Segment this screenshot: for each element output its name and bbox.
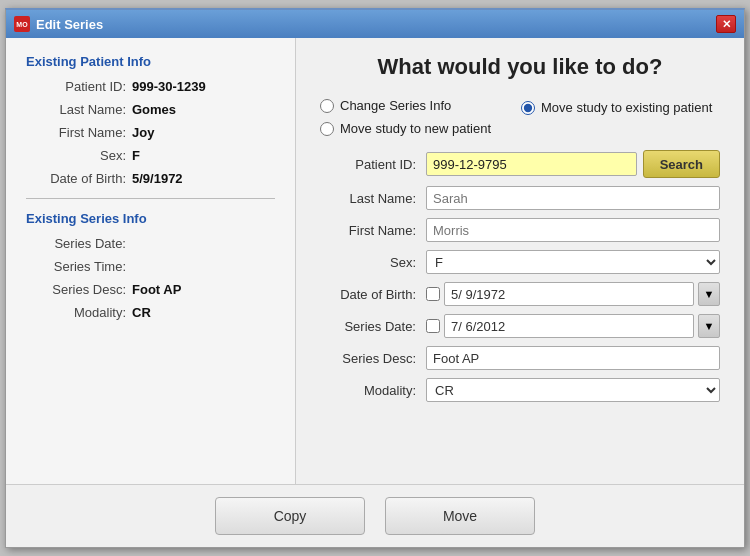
radio-change-series[interactable]: Change Series Info: [320, 98, 491, 113]
dob-input[interactable]: [444, 282, 694, 306]
existing-series-title: Existing Series Info: [26, 211, 275, 226]
series-date-input[interactable]: [444, 314, 694, 338]
sex-select[interactable]: F M: [426, 250, 720, 274]
dob-calendar-button[interactable]: ▼: [698, 282, 720, 306]
series-time-row: Series Time:: [26, 259, 275, 274]
series-date-checkbox[interactable]: [426, 319, 440, 333]
patient-id-value: 999-30-1239: [132, 79, 206, 94]
bottom-bar: Copy Move: [6, 484, 744, 547]
modality-select[interactable]: CR CT MR: [426, 378, 720, 402]
move-button[interactable]: Move: [385, 497, 535, 535]
radio-move-existing-input[interactable]: [521, 101, 535, 115]
modality-row: Modality: CR: [26, 305, 275, 320]
patient-id-input[interactable]: [426, 152, 637, 176]
app-icon: MO: [14, 16, 30, 32]
copy-button[interactable]: Copy: [215, 497, 365, 535]
existing-patient-title: Existing Patient Info: [26, 54, 275, 69]
form-patient-id-label: Patient ID:: [320, 157, 420, 172]
patient-id-label: Patient ID:: [36, 79, 126, 94]
sex-row: Sex: F: [26, 148, 275, 163]
radio-move-new-label: Move study to new patient: [340, 121, 491, 136]
divider: [26, 198, 275, 199]
panel-title: What would you like to do?: [320, 54, 720, 80]
search-button[interactable]: Search: [643, 150, 720, 178]
sex-label: Sex:: [36, 148, 126, 163]
series-desc-input[interactable]: [426, 346, 720, 370]
form-fields: Patient ID: Search Last Name: First Name…: [320, 150, 720, 402]
last-name-value: Gomes: [132, 102, 176, 117]
dob-checkbox[interactable]: [426, 287, 440, 301]
series-desc-value: Foot AP: [132, 282, 181, 297]
first-name-row: First Name: Joy: [26, 125, 275, 140]
series-date-row-input: ▼: [426, 314, 720, 338]
series-date-label: Series Date:: [36, 236, 126, 251]
radio-options: Change Series Info Move study to new pat…: [320, 98, 720, 136]
dob-label: Date of Birth:: [36, 171, 126, 186]
radio-change-series-label: Change Series Info: [340, 98, 451, 113]
last-name-row: Last Name: Gomes: [26, 102, 275, 117]
radio-move-existing[interactable]: Move study to existing patient: [521, 100, 712, 115]
sex-value: F: [132, 148, 140, 163]
dob-value: 5/9/1972: [132, 171, 183, 186]
last-name-input[interactable]: [426, 186, 720, 210]
series-desc-label: Series Desc:: [36, 282, 126, 297]
last-name-label: Last Name:: [36, 102, 126, 117]
patient-id-input-row: Search: [426, 150, 720, 178]
dob-row-input: ▼: [426, 282, 720, 306]
first-name-input[interactable]: [426, 218, 720, 242]
close-button[interactable]: ✕: [716, 15, 736, 33]
right-panel: What would you like to do? Change Series…: [296, 38, 744, 484]
title-bar: MO Edit Series ✕: [6, 10, 744, 38]
dob-row: Date of Birth: 5/9/1972: [26, 171, 275, 186]
series-date-calendar-button[interactable]: ▼: [698, 314, 720, 338]
series-date-row: Series Date:: [26, 236, 275, 251]
form-sex-label: Sex:: [320, 255, 420, 270]
patient-id-row: Patient ID: 999-30-1239: [26, 79, 275, 94]
first-name-label: First Name:: [36, 125, 126, 140]
radio-move-existing-label: Move study to existing patient: [541, 100, 712, 115]
radio-move-new-input[interactable]: [320, 122, 334, 136]
main-window: MO Edit Series ✕ Existing Patient Info P…: [5, 8, 745, 548]
modality-label: Modality:: [36, 305, 126, 320]
first-name-value: Joy: [132, 125, 154, 140]
main-content: Existing Patient Info Patient ID: 999-30…: [6, 38, 744, 484]
form-series-date-label: Series Date:: [320, 319, 420, 334]
form-first-name-label: First Name:: [320, 223, 420, 238]
series-time-label: Series Time:: [36, 259, 126, 274]
left-panel: Existing Patient Info Patient ID: 999-30…: [6, 38, 296, 484]
modality-value: CR: [132, 305, 151, 320]
form-dob-label: Date of Birth:: [320, 287, 420, 302]
series-desc-row: Series Desc: Foot AP: [26, 282, 275, 297]
form-modality-label: Modality:: [320, 383, 420, 398]
form-series-desc-label: Series Desc:: [320, 351, 420, 366]
form-last-name-label: Last Name:: [320, 191, 420, 206]
radio-move-new[interactable]: Move study to new patient: [320, 121, 491, 136]
window-title: Edit Series: [36, 17, 716, 32]
radio-change-series-input[interactable]: [320, 99, 334, 113]
